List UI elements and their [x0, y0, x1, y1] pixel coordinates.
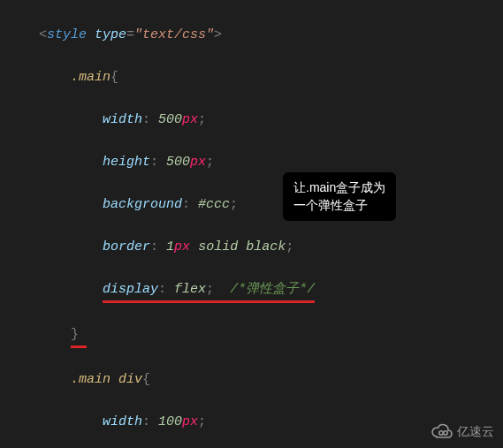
svg-point-0 — [439, 431, 443, 435]
code-line: background: #ccc; — [7, 194, 503, 216]
code-line: width: 100px; — [7, 412, 503, 433]
code-line: .main{ — [7, 67, 503, 88]
code-line: width: 500px; — [7, 110, 503, 131]
tooltip-line: 一个弹性盒子 — [293, 197, 385, 215]
code-line: .main div{ — [7, 369, 503, 391]
code-line: <style type="text/css"> — [7, 25, 503, 46]
cloud-icon — [431, 423, 453, 439]
code-editor[interactable]: <style type="text/css"> .main{ width: 50… — [0, 0, 503, 448]
code-line: display: flex; /*弹性盒子*/ — [7, 279, 503, 303]
tooltip-line: 让.main盒子成为 — [293, 179, 385, 197]
code-line: height: 500px; — [7, 152, 503, 173]
code-line: } — [7, 324, 503, 348]
watermark: 亿速云 — [431, 421, 494, 441]
annotation-tooltip: 让.main盒子成为 一个弹性盒子 — [283, 172, 396, 221]
code-line: border: 1px solid black; — [7, 237, 503, 258]
watermark-text: 亿速云 — [457, 421, 494, 441]
svg-point-1 — [444, 431, 447, 435]
